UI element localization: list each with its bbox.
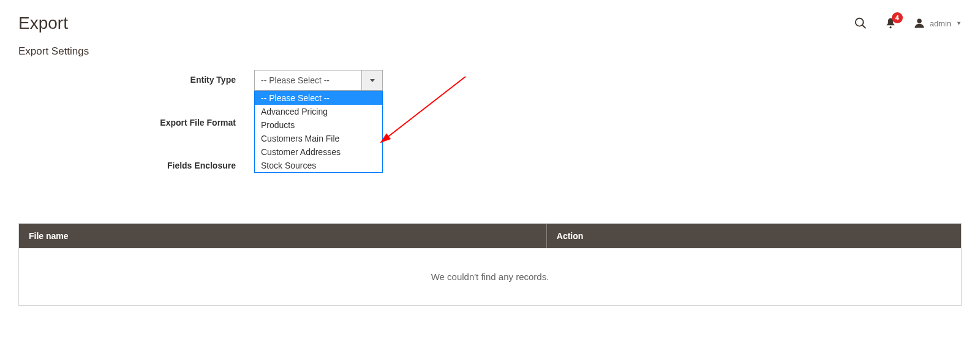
export-settings-form: Entity Type -- Please Select -- -- Pleas…	[0, 70, 980, 223]
section-title: Export Settings	[0, 39, 980, 70]
entity-type-option[interactable]: Stock Sources	[255, 159, 382, 172]
page-title: Export	[18, 13, 68, 33]
user-icon	[914, 17, 925, 29]
entity-type-option[interactable]: Advanced Pricing	[255, 105, 382, 118]
col-action[interactable]: Action	[546, 224, 961, 248]
svg-point-3	[917, 19, 922, 24]
export-files-table: File name Action We couldn't find any re…	[18, 223, 962, 306]
svg-point-0	[855, 18, 863, 26]
notifications-icon[interactable]: 4	[884, 17, 897, 30]
fields-enclosure-label: Fields Enclosure	[18, 156, 254, 170]
entity-type-dropdown: -- Please Select -- Advanced Pricing Pro…	[254, 91, 383, 173]
header-actions: 4 admin ▼	[854, 17, 962, 30]
entity-type-option[interactable]: -- Please Select --	[255, 91, 382, 105]
username: admin	[930, 19, 951, 28]
user-menu[interactable]: admin ▼	[914, 17, 962, 29]
table-empty-row: We couldn't find any records.	[19, 248, 961, 305]
entity-type-option[interactable]: Customer Addresses	[255, 145, 382, 159]
chevron-down-icon	[361, 70, 382, 90]
entity-type-label: Entity Type	[18, 70, 254, 85]
chevron-down-icon: ▼	[956, 20, 962, 26]
empty-message: We couldn't find any records.	[19, 248, 961, 305]
entity-type-select[interactable]: -- Please Select -- -- Please Select -- …	[254, 70, 383, 91]
table-header-row: File name Action	[19, 224, 961, 248]
export-file-format-label: Export File Format	[18, 113, 254, 127]
entity-type-value: -- Please Select --	[255, 70, 361, 90]
entity-type-option[interactable]: Customers Main File	[255, 132, 382, 145]
notification-badge: 4	[892, 12, 903, 23]
svg-point-2	[889, 26, 891, 28]
col-filename[interactable]: File name	[19, 224, 546, 248]
entity-type-option[interactable]: Products	[255, 118, 382, 132]
svg-line-1	[862, 25, 865, 29]
search-icon[interactable]	[854, 17, 867, 30]
